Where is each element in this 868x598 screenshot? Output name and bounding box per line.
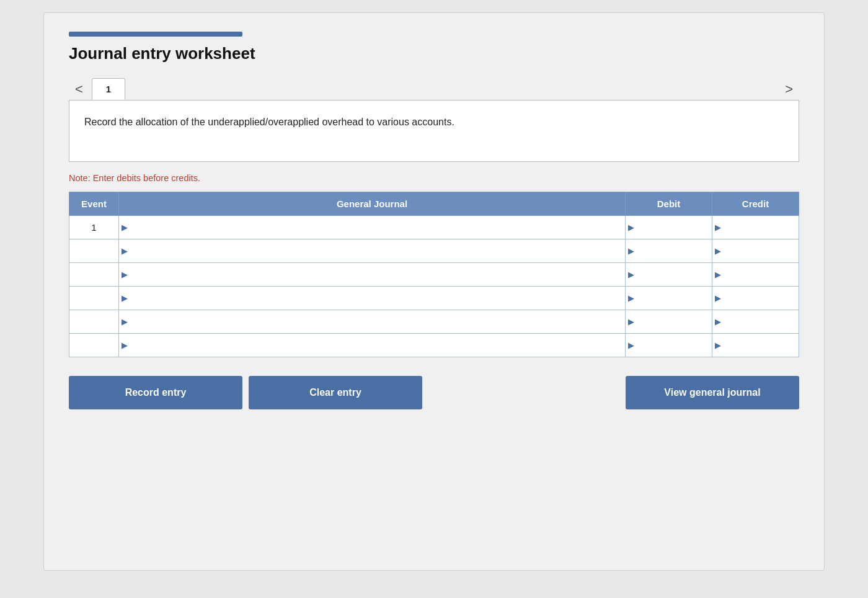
arrow-icon-credit-5: ▶ (715, 341, 721, 350)
arrow-icon-debit-3: ▶ (628, 293, 634, 303)
tab-1[interactable]: 1 (92, 78, 125, 100)
input-debit-5[interactable] (637, 341, 709, 350)
arrow-icon-gj-4: ▶ (122, 317, 128, 326)
instruction-text: Record the allocation of the underapplie… (84, 117, 454, 127)
input-credit-4[interactable] (724, 317, 796, 327)
input-debit-0[interactable] (637, 223, 709, 233)
cell-general-journal-3[interactable]: ▶ (119, 287, 626, 310)
arrow-icon-gj-1: ▶ (122, 246, 128, 256)
next-arrow-button[interactable]: > (779, 79, 799, 100)
arrow-icon-debit-1: ▶ (628, 246, 634, 256)
cell-debit-1[interactable]: ▶ (626, 239, 712, 263)
input-credit-2[interactable] (724, 270, 796, 280)
arrow-icon-debit-0: ▶ (628, 223, 634, 232)
table-row: ▶▶▶ (69, 263, 799, 287)
cell-general-journal-0[interactable]: ▶ (119, 216, 626, 239)
cell-general-journal-2[interactable]: ▶ (119, 263, 626, 287)
cell-general-journal-4[interactable]: ▶ (119, 310, 626, 334)
cell-credit-0[interactable]: ▶ (712, 216, 799, 239)
cell-event-1 (69, 239, 119, 263)
table-row: ▶▶▶ (69, 287, 799, 310)
main-container: Journal entry worksheet < 1 > Record the… (43, 12, 825, 571)
input-general-journal-2[interactable] (130, 270, 622, 280)
arrow-icon-debit-2: ▶ (628, 270, 634, 279)
cell-event-2 (69, 263, 119, 287)
col-header-general-journal: General Journal (119, 192, 626, 216)
cell-credit-1[interactable]: ▶ (712, 239, 799, 263)
cell-debit-0[interactable]: ▶ (626, 216, 712, 239)
input-general-journal-1[interactable] (130, 246, 622, 256)
cell-credit-2[interactable]: ▶ (712, 263, 799, 287)
input-general-journal-4[interactable] (130, 317, 622, 327)
view-general-journal-button[interactable]: View general journal (626, 376, 799, 409)
input-credit-5[interactable] (724, 341, 796, 350)
clear-entry-button[interactable]: Clear entry (249, 376, 422, 409)
arrow-icon-credit-2: ▶ (715, 270, 721, 279)
table-row: ▶▶▶ (69, 310, 799, 334)
cell-general-journal-5[interactable]: ▶ (119, 334, 626, 357)
arrow-icon-debit-5: ▶ (628, 341, 634, 350)
record-entry-button[interactable]: Record entry (69, 376, 242, 409)
input-credit-1[interactable] (724, 246, 796, 256)
cell-debit-2[interactable]: ▶ (626, 263, 712, 287)
input-general-journal-0[interactable] (130, 223, 622, 233)
cell-credit-5[interactable]: ▶ (712, 334, 799, 357)
cell-debit-3[interactable]: ▶ (626, 287, 712, 310)
cell-debit-4[interactable]: ▶ (626, 310, 712, 334)
instruction-box: Record the allocation of the underapplie… (69, 100, 799, 162)
cell-event-3 (69, 287, 119, 310)
arrow-icon-debit-4: ▶ (628, 317, 634, 326)
input-general-journal-5[interactable] (130, 341, 622, 350)
arrow-icon-credit-0: ▶ (715, 223, 721, 232)
table-row: 1▶▶▶ (69, 216, 799, 239)
top-bar (69, 32, 242, 37)
arrow-icon-credit-3: ▶ (715, 293, 721, 303)
input-debit-4[interactable] (637, 317, 709, 327)
arrow-icon-gj-2: ▶ (122, 270, 128, 279)
note-text: Note: Enter debits before credits. (69, 173, 799, 183)
cell-credit-4[interactable]: ▶ (712, 310, 799, 334)
journal-table: Event General Journal Debit Credit 1▶▶▶▶… (69, 192, 799, 357)
cell-credit-3[interactable]: ▶ (712, 287, 799, 310)
col-header-credit: Credit (712, 192, 799, 216)
cell-event-4 (69, 310, 119, 334)
button-row: Record entry Clear entry View general jo… (69, 376, 799, 409)
col-header-debit: Debit (626, 192, 712, 216)
input-debit-2[interactable] (637, 270, 709, 280)
page-title: Journal entry worksheet (69, 44, 799, 63)
cell-general-journal-1[interactable]: ▶ (119, 239, 626, 263)
arrow-icon-gj-5: ▶ (122, 341, 128, 350)
input-credit-0[interactable] (724, 223, 796, 233)
input-general-journal-3[interactable] (130, 293, 622, 303)
arrow-icon-gj-3: ▶ (122, 293, 128, 303)
cell-debit-5[interactable]: ▶ (626, 334, 712, 357)
input-debit-3[interactable] (637, 293, 709, 303)
table-row: ▶▶▶ (69, 334, 799, 357)
arrow-icon-credit-4: ▶ (715, 317, 721, 326)
col-header-event: Event (69, 192, 119, 216)
table-row: ▶▶▶ (69, 239, 799, 263)
cell-event-5 (69, 334, 119, 357)
cell-event-0: 1 (69, 216, 119, 239)
input-debit-1[interactable] (637, 246, 709, 256)
arrow-icon-credit-1: ▶ (715, 246, 721, 256)
arrow-icon-gj-0: ▶ (122, 223, 128, 232)
input-credit-3[interactable] (724, 293, 796, 303)
prev-arrow-button[interactable]: < (69, 79, 89, 100)
